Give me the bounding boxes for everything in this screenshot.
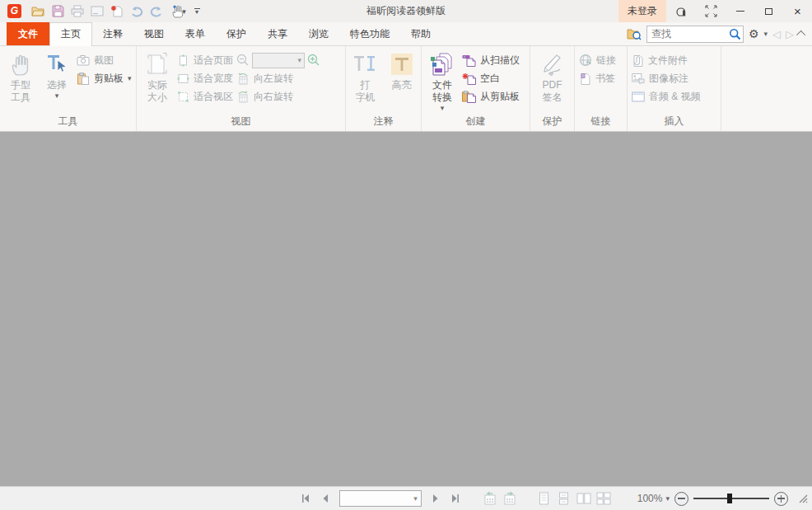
minimize-button[interactable]	[726, 0, 754, 22]
print-button[interactable]	[68, 2, 87, 21]
audio-video-button[interactable]: 音频 & 视频	[632, 87, 701, 105]
fit-visible-button[interactable]: 适合视区	[177, 87, 233, 105]
zoom-controls: ▾	[236, 51, 320, 69]
tab-file[interactable]: 文件	[7, 22, 49, 45]
tab-form[interactable]: 表单	[175, 22, 216, 45]
page-number-combobox[interactable]: ▾	[339, 490, 422, 507]
print-icon	[71, 5, 84, 17]
customize-quick-access-button[interactable]: ▾	[191, 8, 203, 15]
bookmark-button[interactable]: 书签	[579, 69, 616, 87]
first-page-icon	[300, 494, 311, 503]
close-button[interactable]: ×	[783, 0, 812, 22]
rotate-left-button[interactable]: 向左旋转	[236, 69, 320, 87]
last-page-button[interactable]	[446, 489, 464, 508]
continuous-facing-view-button[interactable]	[595, 489, 613, 508]
zoom-percent-caret[interactable]: ▾	[665, 494, 670, 503]
save-button[interactable]	[48, 2, 68, 21]
next-view-button[interactable]	[501, 489, 519, 508]
from-scanner-button[interactable]: 从扫描仪	[462, 51, 520, 69]
group-label-comment: 注释	[350, 115, 417, 131]
find-previous-button[interactable]: ◁	[772, 28, 781, 40]
zoom-in-icon[interactable]	[307, 54, 320, 67]
continuous-view-button[interactable]	[555, 489, 573, 508]
new-blank-document-button[interactable]	[107, 2, 127, 21]
hand-tool-button[interactable]: 手型 工具	[4, 49, 37, 104]
typewriter-button[interactable]: 打 字机	[349, 49, 382, 104]
restore-icon	[765, 8, 772, 15]
zoom-slider[interactable]	[693, 493, 769, 504]
tab-home[interactable]: 主页	[49, 22, 92, 46]
collapse-ribbon-button[interactable]	[796, 30, 805, 40]
pdf-sign-button[interactable]: PDF 签名	[536, 49, 569, 104]
resize-grip[interactable]	[798, 494, 808, 503]
camera-icon	[77, 54, 90, 66]
find-settings-button[interactable]: ⚙	[749, 28, 759, 40]
link-button[interactable]: 链接	[579, 51, 616, 69]
zoom-rotate-column: ▾	[236, 49, 320, 105]
tab-share[interactable]: 共享	[257, 22, 298, 45]
image-annotation-button[interactable]: 图像标注	[632, 69, 701, 87]
tab-protect[interactable]: 保护	[216, 22, 257, 45]
clipboard-button[interactable]: 剪贴板 ▾	[77, 69, 132, 87]
blank-page-icon	[462, 73, 476, 85]
zoom-in-button[interactable]	[774, 492, 788, 506]
tab-comment[interactable]: 注释	[92, 22, 133, 45]
undo-button[interactable]	[127, 2, 147, 21]
zoom-out-icon[interactable]	[236, 54, 250, 67]
login-status-button[interactable]: 未登录	[618, 0, 666, 22]
single-page-view-button[interactable]	[535, 489, 553, 508]
tools-small-column: 截图 剪贴板 ▾	[77, 49, 132, 87]
next-page-button[interactable]	[427, 489, 445, 508]
from-clipboard-button[interactable]: 从剪贴板	[462, 87, 520, 105]
redo-button[interactable]	[147, 2, 166, 21]
fit-width-button[interactable]: 适合宽度	[177, 69, 233, 87]
rotate-right-button[interactable]: 向右旋转	[236, 87, 320, 105]
zoom-slider-handle[interactable]	[727, 494, 732, 503]
zoom-level-combobox[interactable]: ▾	[252, 53, 305, 68]
ribbon-group-view: 实际 大小 适合页面 适合	[137, 46, 346, 131]
page-number-caret: ▾	[413, 494, 418, 503]
zoom-level-caret: ▾	[297, 56, 301, 64]
file-attachment-button[interactable]: 文件附件	[632, 51, 701, 69]
document-area[interactable]	[0, 132, 812, 486]
audio-video-icon	[632, 91, 645, 102]
group-label-tools: 工具	[4, 115, 132, 131]
previous-view-icon	[483, 492, 497, 505]
restore-button[interactable]	[754, 0, 783, 22]
actual-size-button[interactable]: 实际 大小	[141, 49, 174, 104]
hand-gesture-caret: ▾	[182, 7, 186, 16]
foxit-logo-icon[interactable]: G	[7, 4, 21, 18]
snapshot-button[interactable]: 截图	[77, 51, 132, 69]
tab-features[interactable]: 特色功能	[339, 22, 400, 45]
previous-view-button[interactable]	[481, 489, 499, 508]
search-folder-icon[interactable]	[627, 27, 642, 40]
convert-file-button[interactable]: 文件 转换 ▾	[426, 49, 459, 112]
first-page-button[interactable]	[296, 489, 315, 508]
facing-view-button[interactable]	[575, 489, 593, 508]
tab-help[interactable]: 帮助	[400, 22, 441, 45]
zoom-level-input[interactable]	[253, 54, 297, 67]
minus-icon	[678, 498, 685, 499]
highlight-icon	[390, 53, 413, 76]
find-next-button[interactable]: ▷	[786, 28, 794, 40]
open-file-button[interactable]	[28, 2, 48, 21]
highlight-button[interactable]: 高亮	[385, 49, 418, 91]
actual-size-icon	[145, 52, 170, 77]
fit-page-button[interactable]: 适合页面	[177, 51, 233, 69]
clipboard-paste-icon	[462, 91, 476, 103]
tab-browse[interactable]: 浏览	[298, 22, 339, 45]
email-button[interactable]	[87, 2, 107, 21]
find-settings-caret[interactable]: ▾	[763, 30, 768, 38]
select-tool-button[interactable]: 选择 ▾	[40, 49, 73, 100]
touch-gesture-button[interactable]	[666, 0, 696, 22]
hand-gesture-button[interactable]: ▾	[166, 2, 191, 21]
rotate-left-icon	[236, 73, 250, 85]
tab-view[interactable]: 视图	[133, 22, 175, 45]
search-icon[interactable]	[729, 28, 741, 40]
zoom-out-button[interactable]	[674, 492, 688, 506]
previous-page-button[interactable]	[316, 489, 334, 508]
blank-document-button[interactable]: 空白	[462, 69, 520, 87]
page-number-input[interactable]	[340, 493, 413, 505]
fullscreen-button[interactable]	[696, 0, 726, 22]
group-label-view: 视图	[141, 115, 341, 131]
